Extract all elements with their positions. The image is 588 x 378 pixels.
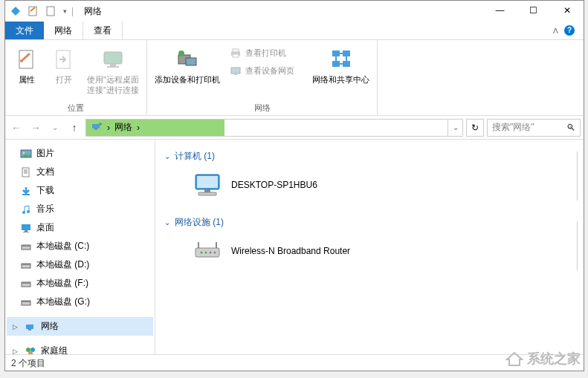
network-sharing-button[interactable]: 网络和共享中心 xyxy=(312,43,369,101)
item-count: 2 个项目 xyxy=(11,357,45,370)
tree-desktop[interactable]: 桌面 xyxy=(7,218,153,237)
svg-rect-16 xyxy=(332,50,340,56)
tree-network[interactable]: ▷ 网络 xyxy=(7,317,153,336)
nav-back-button: ← xyxy=(8,120,25,136)
refresh-button[interactable]: ↻ xyxy=(466,119,484,137)
router-name: Wireless-N Broadband Router xyxy=(231,246,350,256)
qat-blank-icon[interactable] xyxy=(45,5,57,17)
add-devices-button[interactable]: 添加设备和打印机 xyxy=(155,43,220,101)
window-title: 网络 xyxy=(84,5,102,18)
tree-label: 本地磁盘 (C:) xyxy=(36,240,89,252)
tree-label: 本地磁盘 (G:) xyxy=(36,296,90,308)
nav-tree[interactable]: 图片 文档 下载 音乐 桌面 本地磁盘 (C:) xyxy=(5,140,155,354)
pictures-icon xyxy=(20,149,32,159)
tab-file[interactable]: 文件 xyxy=(5,22,44,39)
svg-rect-28 xyxy=(22,224,30,230)
network-sharing-icon xyxy=(328,46,355,73)
router-icon xyxy=(191,238,224,264)
chevron-down-icon[interactable]: ⌄ xyxy=(164,218,170,227)
group-infrastructure[interactable]: ⌄ 网络设施 (1) xyxy=(164,212,575,235)
svg-rect-40 xyxy=(28,329,31,330)
svg-rect-18 xyxy=(332,61,340,67)
svg-rect-39 xyxy=(26,325,33,329)
svg-point-10 xyxy=(178,50,184,56)
music-icon xyxy=(20,204,32,215)
network-tree-icon xyxy=(25,322,36,332)
remote-desktop-icon xyxy=(100,46,126,73)
remote-desktop-button: 使用"远程桌面连接"进行连接 xyxy=(87,43,139,101)
properties-button[interactable]: 属性 xyxy=(13,43,41,101)
chevron-right-icon[interactable]: ▷ xyxy=(13,348,20,355)
maximize-button[interactable]: ☐ xyxy=(517,1,550,22)
qat-properties-icon[interactable] xyxy=(28,5,39,17)
breadcrumb-network[interactable]: 网络 xyxy=(114,121,132,134)
svg-rect-15 xyxy=(234,74,237,75)
tree-disk-d[interactable]: 本地磁盘 (D:) xyxy=(7,255,153,274)
svg-rect-12 xyxy=(233,49,239,52)
svg-point-49 xyxy=(201,252,203,254)
minimize-button[interactable]: — xyxy=(483,1,517,22)
chevron-down-icon[interactable]: ⌄ xyxy=(164,152,170,160)
tree-label: 音乐 xyxy=(36,203,54,215)
tab-view[interactable]: 查看 xyxy=(83,22,123,39)
svg-rect-47 xyxy=(198,192,216,195)
divider xyxy=(577,221,578,270)
device-page-icon xyxy=(229,64,242,77)
network-sharing-label: 网络和共享中心 xyxy=(312,74,369,85)
svg-rect-13 xyxy=(233,54,239,57)
tab-network[interactable]: 网络 xyxy=(44,22,83,39)
desktop-icon xyxy=(20,223,32,233)
network-icon xyxy=(91,121,103,134)
svg-point-27 xyxy=(27,210,30,213)
remote-desktop-label: 使用"远程桌面连接"进行连接 xyxy=(87,74,139,96)
close-button[interactable]: ✕ xyxy=(550,1,584,22)
collapse-ribbon-icon[interactable]: ᐱ xyxy=(553,27,558,35)
svg-rect-6 xyxy=(110,64,116,66)
properties-icon xyxy=(13,46,40,73)
tree-disk-f[interactable]: 本地磁盘 (F:) xyxy=(7,274,153,293)
svg-rect-45 xyxy=(197,176,218,188)
tree-music[interactable]: 音乐 xyxy=(7,200,153,218)
app-icon xyxy=(10,5,22,17)
tree-label: 本地磁盘 (D:) xyxy=(36,258,89,271)
printer-icon xyxy=(229,46,242,59)
chevron-right-icon[interactable]: ▷ xyxy=(13,323,20,330)
svg-rect-46 xyxy=(204,189,210,192)
status-bar: 2 个项目 xyxy=(5,354,584,372)
computer-item[interactable]: DESKTOP-SP1HBU6 xyxy=(164,169,575,212)
open-label: 打开 xyxy=(56,74,72,85)
open-button: 打开 xyxy=(50,43,78,101)
group-infrastructure-label: 网络设施 (1) xyxy=(175,216,224,229)
tree-label: 文档 xyxy=(36,166,54,178)
tree-documents[interactable]: 文档 xyxy=(7,163,153,181)
search-icon: 🔍︎ xyxy=(566,123,575,133)
svg-point-42 xyxy=(30,348,35,352)
tree-downloads[interactable]: 下载 xyxy=(7,181,153,200)
svg-point-3 xyxy=(20,59,23,62)
nav-up-button[interactable]: ↑ xyxy=(66,120,83,136)
view-printers-label: 查看打印机 xyxy=(245,48,286,59)
address-bar[interactable]: › 网络 › ⌄ xyxy=(85,119,463,137)
main-content[interactable]: ⌄ 计算机 (1) DESKTOP-SP1HBU6 ⌄ 网络设施 (1) Wir… xyxy=(155,140,584,354)
tree-pictures[interactable]: 图片 xyxy=(7,144,153,163)
search-input[interactable]: 搜索"网络" 🔍︎ xyxy=(487,119,581,137)
nav-recent-dropdown[interactable]: ⌄ xyxy=(47,120,63,136)
address-dropdown-icon[interactable]: ⌄ xyxy=(448,119,462,137)
svg-rect-17 xyxy=(343,50,350,56)
tree-homegroup[interactable]: ▷ 家庭组 xyxy=(7,342,153,354)
svg-rect-36 xyxy=(22,282,30,284)
nav-bar: ← → ⌄ ↑ › 网络 › ⌄ ↻ 搜索"网络" 🔍︎ xyxy=(5,116,584,140)
computer-icon xyxy=(191,172,224,198)
tree-label: 家庭组 xyxy=(41,345,68,354)
help-icon[interactable]: ? xyxy=(564,25,575,36)
tree-disk-c[interactable]: 本地磁盘 (C:) xyxy=(7,237,153,255)
router-item[interactable]: Wireless-N Broadband Router xyxy=(164,235,575,278)
view-device-page-button: 查看设备网页 xyxy=(229,64,294,77)
group-computers[interactable]: ⌄ 计算机 (1) xyxy=(164,146,575,169)
svg-point-52 xyxy=(214,252,216,254)
qat-dropdown-icon[interactable]: ▾ xyxy=(63,7,67,15)
svg-point-22 xyxy=(99,123,102,126)
view-printers-button: 查看打印机 xyxy=(229,46,294,59)
open-icon xyxy=(51,46,77,73)
tree-disk-g[interactable]: 本地磁盘 (G:) xyxy=(7,293,153,311)
